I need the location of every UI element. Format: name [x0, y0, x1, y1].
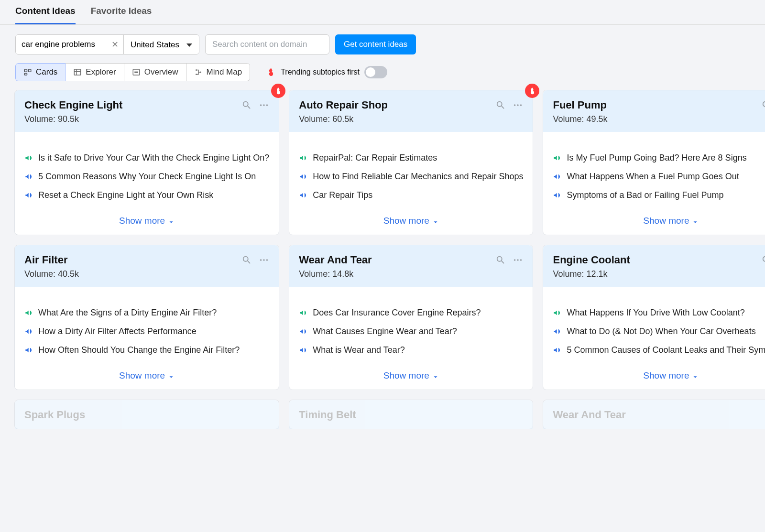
country-select[interactable]: United States	[123, 35, 199, 54]
idea-text: What Causes Engine Wear and Tear?	[313, 326, 457, 337]
card-body: Is My Fuel Pump Going Bad? Here Are 8 Si…	[543, 132, 765, 209]
card-body: RepairPal: Car Repair Estimates How to F…	[289, 132, 533, 209]
idea-text: What Happens If You Drive With Low Coola…	[567, 308, 744, 318]
show-more-label: Show more	[383, 370, 429, 381]
card-more-button[interactable]	[259, 100, 269, 110]
idea-row[interactable]: What to Do (& Not Do) When Your Car Over…	[553, 326, 765, 337]
bullhorn-icon	[553, 172, 562, 181]
show-more-label: Show more	[643, 370, 689, 381]
card-title: Engine Coolant	[553, 254, 630, 266]
bullhorn-icon	[24, 346, 33, 355]
chevron-down-icon	[168, 217, 175, 224]
card-more-button[interactable]	[259, 255, 269, 265]
topic-card: Wear And Tear Volume: 14.8k Does Car Ins…	[289, 245, 533, 390]
bullhorn-icon	[24, 327, 33, 336]
view-overview[interactable]: Overview	[124, 63, 186, 81]
chevron-down-icon	[168, 372, 175, 379]
topic-card: Check Engine Light Volume: 90.5k Is it S…	[14, 90, 279, 235]
idea-row[interactable]: Reset a Check Engine Light at Your Own R…	[24, 190, 269, 200]
mindmap-icon	[194, 68, 203, 76]
card-search-button[interactable]	[495, 100, 506, 110]
topic-card-partial: Wear And Tear	[543, 400, 765, 429]
keyword-input[interactable]	[16, 35, 107, 54]
card-search-button[interactable]	[495, 255, 506, 265]
idea-row[interactable]: RepairPal: Car Repair Estimates	[299, 153, 523, 163]
explorer-icon	[73, 68, 82, 76]
idea-row[interactable]: Symptoms of a Bad or Failing Fuel Pump	[553, 190, 765, 200]
card-volume: Volume: 60.5k	[299, 114, 523, 124]
bullhorn-icon	[24, 191, 33, 200]
country-select-wrap: United States	[123, 35, 199, 54]
card-body: What Are the Signs of a Dirty Engine Air…	[15, 287, 279, 364]
card-title: Air Filter	[24, 254, 67, 266]
show-more-link[interactable]: Show more	[643, 216, 699, 226]
controls-row: ✕ United States Get content ideas	[0, 25, 765, 59]
tab-favorite-ideas[interactable]: Favorite Ideas	[91, 6, 152, 24]
show-more-link[interactable]: Show more	[119, 216, 175, 226]
idea-row[interactable]: What Happens If You Drive With Low Coola…	[553, 308, 765, 318]
bullhorn-icon	[553, 327, 562, 336]
show-more-row: Show more	[543, 209, 765, 235]
card-search-button[interactable]	[241, 255, 252, 265]
card-volume: Volume: 90.5k	[24, 114, 269, 124]
show-more-label: Show more	[119, 370, 165, 381]
view-mindmap[interactable]: Mind Map	[186, 63, 251, 81]
show-more-link[interactable]: Show more	[383, 216, 439, 226]
idea-row[interactable]: What is Wear and Tear?	[299, 345, 523, 355]
bullhorn-icon	[24, 172, 33, 181]
bullhorn-icon	[553, 346, 562, 355]
show-more-link[interactable]: Show more	[119, 370, 175, 381]
show-more-label: Show more	[383, 216, 429, 226]
topic-card-partial: Spark Plugs	[14, 400, 279, 429]
tab-content-ideas[interactable]: Content Ideas	[15, 6, 76, 24]
clear-keyword-button[interactable]: ✕	[107, 35, 123, 54]
view-explorer[interactable]: Explorer	[66, 63, 124, 81]
card-search-button[interactable]	[761, 255, 765, 265]
card-header: Wear And Tear Volume: 14.8k	[289, 245, 533, 287]
card-search-button[interactable]	[241, 100, 252, 110]
card-more-button[interactable]	[513, 255, 523, 265]
cards-icon	[23, 68, 32, 76]
bullhorn-icon	[299, 191, 308, 200]
main-tabs: Content Ideas Favorite Ideas	[0, 0, 765, 25]
view-explorer-label: Explorer	[86, 67, 116, 77]
idea-row[interactable]: Car Repair Tips	[299, 190, 523, 200]
idea-row[interactable]: Is My Fuel Pump Going Bad? Here Are 8 Si…	[553, 153, 765, 163]
show-more-link[interactable]: Show more	[383, 370, 439, 381]
bullhorn-icon	[24, 308, 33, 317]
idea-row[interactable]: Does Car Insurance Cover Engine Repairs?	[299, 308, 523, 318]
card-header: Check Engine Light Volume: 90.5k	[15, 90, 279, 132]
view-cards[interactable]: Cards	[15, 63, 66, 81]
chevron-down-icon	[432, 217, 439, 224]
idea-row[interactable]: 5 Common Causes of Coolant Leaks and The…	[553, 345, 765, 355]
domain-search-input[interactable]	[205, 34, 329, 54]
show-more-row: Show more	[289, 364, 533, 390]
idea-row[interactable]: Is it Safe to Drive Your Car With the Ch…	[24, 153, 269, 163]
idea-text: How Often Should You Change the Engine A…	[38, 345, 240, 355]
idea-row[interactable]: What Causes Engine Wear and Tear?	[299, 326, 523, 337]
idea-text: What to Do (& Not Do) When Your Car Over…	[567, 326, 755, 337]
card-more-button[interactable]	[513, 100, 523, 110]
trending-toggle[interactable]	[364, 66, 387, 78]
get-content-ideas-button[interactable]: Get content ideas	[335, 34, 416, 54]
card-volume: Volume: 40.5k	[24, 269, 269, 279]
topic-card-partial: Timing Belt	[289, 400, 533, 429]
idea-text: Does Car Insurance Cover Engine Repairs?	[313, 308, 481, 318]
idea-text: What Happens When a Fuel Pump Goes Out	[567, 172, 739, 182]
idea-row[interactable]: 5 Common Reasons Why Your Check Engine L…	[24, 172, 269, 182]
idea-row[interactable]: How Often Should You Change the Engine A…	[24, 345, 269, 355]
bullhorn-icon	[24, 153, 33, 163]
card-title: Spark Plugs	[24, 409, 85, 421]
bullhorn-icon	[299, 153, 308, 163]
idea-text: What is Wear and Tear?	[313, 345, 404, 355]
idea-row[interactable]: What Happens When a Fuel Pump Goes Out	[553, 172, 765, 182]
idea-row[interactable]: How a Dirty Air Filter Affects Performan…	[24, 326, 269, 337]
view-switch: Cards Explorer Overview Mind Map	[15, 63, 250, 81]
idea-row[interactable]: What Are the Signs of a Dirty Engine Air…	[24, 308, 269, 318]
idea-row[interactable]: How to Find Reliable Car Mechanics and R…	[299, 172, 523, 182]
show-more-link[interactable]: Show more	[643, 370, 699, 381]
card-search-button[interactable]	[761, 100, 765, 110]
card-header: Timing Belt	[289, 400, 533, 429]
idea-text: How a Dirty Air Filter Affects Performan…	[38, 326, 197, 337]
card-title: Wear And Tear	[553, 409, 625, 421]
